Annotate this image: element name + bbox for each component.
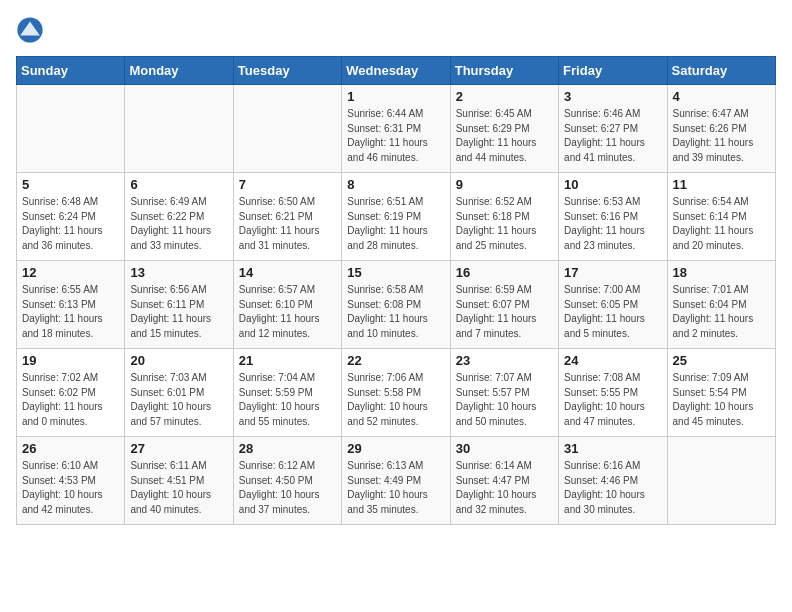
day-info: Sunrise: 6:53 AM Sunset: 6:16 PM Dayligh… (564, 195, 661, 253)
day-number: 10 (564, 177, 661, 192)
day-number: 4 (673, 89, 770, 104)
day-number: 2 (456, 89, 553, 104)
day-info: Sunrise: 6:56 AM Sunset: 6:11 PM Dayligh… (130, 283, 227, 341)
day-info: Sunrise: 6:55 AM Sunset: 6:13 PM Dayligh… (22, 283, 119, 341)
day-number: 18 (673, 265, 770, 280)
day-number: 28 (239, 441, 336, 456)
weekday-header-friday: Friday (559, 57, 667, 85)
day-number: 29 (347, 441, 444, 456)
week-row-4: 19Sunrise: 7:02 AM Sunset: 6:02 PM Dayli… (17, 349, 776, 437)
calendar-cell: 17Sunrise: 7:00 AM Sunset: 6:05 PM Dayli… (559, 261, 667, 349)
day-info: Sunrise: 6:59 AM Sunset: 6:07 PM Dayligh… (456, 283, 553, 341)
day-number: 5 (22, 177, 119, 192)
calendar-cell: 2Sunrise: 6:45 AM Sunset: 6:29 PM Daylig… (450, 85, 558, 173)
day-info: Sunrise: 6:14 AM Sunset: 4:47 PM Dayligh… (456, 459, 553, 517)
day-number: 17 (564, 265, 661, 280)
day-number: 26 (22, 441, 119, 456)
week-row-1: 1Sunrise: 6:44 AM Sunset: 6:31 PM Daylig… (17, 85, 776, 173)
calendar-cell: 19Sunrise: 7:02 AM Sunset: 6:02 PM Dayli… (17, 349, 125, 437)
calendar-cell: 7Sunrise: 6:50 AM Sunset: 6:21 PM Daylig… (233, 173, 341, 261)
day-info: Sunrise: 6:13 AM Sunset: 4:49 PM Dayligh… (347, 459, 444, 517)
weekday-header-monday: Monday (125, 57, 233, 85)
calendar-cell (667, 437, 775, 525)
day-number: 9 (456, 177, 553, 192)
calendar-cell: 11Sunrise: 6:54 AM Sunset: 6:14 PM Dayli… (667, 173, 775, 261)
day-number: 14 (239, 265, 336, 280)
day-info: Sunrise: 7:01 AM Sunset: 6:04 PM Dayligh… (673, 283, 770, 341)
week-row-5: 26Sunrise: 6:10 AM Sunset: 4:53 PM Dayli… (17, 437, 776, 525)
calendar-cell: 30Sunrise: 6:14 AM Sunset: 4:47 PM Dayli… (450, 437, 558, 525)
week-row-3: 12Sunrise: 6:55 AM Sunset: 6:13 PM Dayli… (17, 261, 776, 349)
calendar-cell: 27Sunrise: 6:11 AM Sunset: 4:51 PM Dayli… (125, 437, 233, 525)
day-number: 31 (564, 441, 661, 456)
day-info: Sunrise: 6:11 AM Sunset: 4:51 PM Dayligh… (130, 459, 227, 517)
day-number: 22 (347, 353, 444, 368)
day-info: Sunrise: 6:46 AM Sunset: 6:27 PM Dayligh… (564, 107, 661, 165)
week-row-2: 5Sunrise: 6:48 AM Sunset: 6:24 PM Daylig… (17, 173, 776, 261)
calendar-cell: 13Sunrise: 6:56 AM Sunset: 6:11 PM Dayli… (125, 261, 233, 349)
day-info: Sunrise: 6:12 AM Sunset: 4:50 PM Dayligh… (239, 459, 336, 517)
day-info: Sunrise: 6:51 AM Sunset: 6:19 PM Dayligh… (347, 195, 444, 253)
day-number: 20 (130, 353, 227, 368)
calendar-cell: 23Sunrise: 7:07 AM Sunset: 5:57 PM Dayli… (450, 349, 558, 437)
day-info: Sunrise: 7:06 AM Sunset: 5:58 PM Dayligh… (347, 371, 444, 429)
day-info: Sunrise: 7:02 AM Sunset: 6:02 PM Dayligh… (22, 371, 119, 429)
day-info: Sunrise: 7:09 AM Sunset: 5:54 PM Dayligh… (673, 371, 770, 429)
day-info: Sunrise: 6:47 AM Sunset: 6:26 PM Dayligh… (673, 107, 770, 165)
day-number: 15 (347, 265, 444, 280)
calendar-cell (125, 85, 233, 173)
calendar-cell: 14Sunrise: 6:57 AM Sunset: 6:10 PM Dayli… (233, 261, 341, 349)
day-number: 7 (239, 177, 336, 192)
day-info: Sunrise: 6:54 AM Sunset: 6:14 PM Dayligh… (673, 195, 770, 253)
weekday-header-wednesday: Wednesday (342, 57, 450, 85)
calendar-cell: 20Sunrise: 7:03 AM Sunset: 6:01 PM Dayli… (125, 349, 233, 437)
day-info: Sunrise: 6:45 AM Sunset: 6:29 PM Dayligh… (456, 107, 553, 165)
calendar-cell: 22Sunrise: 7:06 AM Sunset: 5:58 PM Dayli… (342, 349, 450, 437)
day-info: Sunrise: 6:57 AM Sunset: 6:10 PM Dayligh… (239, 283, 336, 341)
day-info: Sunrise: 6:50 AM Sunset: 6:21 PM Dayligh… (239, 195, 336, 253)
day-info: Sunrise: 6:52 AM Sunset: 6:18 PM Dayligh… (456, 195, 553, 253)
logo-icon (16, 16, 44, 44)
calendar-cell: 3Sunrise: 6:46 AM Sunset: 6:27 PM Daylig… (559, 85, 667, 173)
weekday-header-saturday: Saturday (667, 57, 775, 85)
day-info: Sunrise: 7:00 AM Sunset: 6:05 PM Dayligh… (564, 283, 661, 341)
calendar-cell: 16Sunrise: 6:59 AM Sunset: 6:07 PM Dayli… (450, 261, 558, 349)
calendar-cell (233, 85, 341, 173)
calendar-cell: 24Sunrise: 7:08 AM Sunset: 5:55 PM Dayli… (559, 349, 667, 437)
calendar-cell (17, 85, 125, 173)
day-info: Sunrise: 6:10 AM Sunset: 4:53 PM Dayligh… (22, 459, 119, 517)
weekday-header-row: SundayMondayTuesdayWednesdayThursdayFrid… (17, 57, 776, 85)
day-info: Sunrise: 7:03 AM Sunset: 6:01 PM Dayligh… (130, 371, 227, 429)
calendar-table: SundayMondayTuesdayWednesdayThursdayFrid… (16, 56, 776, 525)
day-number: 16 (456, 265, 553, 280)
day-number: 23 (456, 353, 553, 368)
day-number: 30 (456, 441, 553, 456)
day-info: Sunrise: 6:58 AM Sunset: 6:08 PM Dayligh… (347, 283, 444, 341)
calendar-cell: 21Sunrise: 7:04 AM Sunset: 5:59 PM Dayli… (233, 349, 341, 437)
calendar-cell: 28Sunrise: 6:12 AM Sunset: 4:50 PM Dayli… (233, 437, 341, 525)
day-info: Sunrise: 6:44 AM Sunset: 6:31 PM Dayligh… (347, 107, 444, 165)
day-number: 8 (347, 177, 444, 192)
day-info: Sunrise: 7:08 AM Sunset: 5:55 PM Dayligh… (564, 371, 661, 429)
calendar-cell: 25Sunrise: 7:09 AM Sunset: 5:54 PM Dayli… (667, 349, 775, 437)
weekday-header-sunday: Sunday (17, 57, 125, 85)
weekday-header-thursday: Thursday (450, 57, 558, 85)
day-info: Sunrise: 7:07 AM Sunset: 5:57 PM Dayligh… (456, 371, 553, 429)
day-number: 19 (22, 353, 119, 368)
day-number: 11 (673, 177, 770, 192)
calendar-cell: 18Sunrise: 7:01 AM Sunset: 6:04 PM Dayli… (667, 261, 775, 349)
calendar-cell: 9Sunrise: 6:52 AM Sunset: 6:18 PM Daylig… (450, 173, 558, 261)
calendar-cell: 12Sunrise: 6:55 AM Sunset: 6:13 PM Dayli… (17, 261, 125, 349)
day-info: Sunrise: 6:48 AM Sunset: 6:24 PM Dayligh… (22, 195, 119, 253)
logo (16, 16, 48, 44)
calendar-cell: 26Sunrise: 6:10 AM Sunset: 4:53 PM Dayli… (17, 437, 125, 525)
day-info: Sunrise: 6:49 AM Sunset: 6:22 PM Dayligh… (130, 195, 227, 253)
day-number: 6 (130, 177, 227, 192)
day-number: 13 (130, 265, 227, 280)
day-number: 25 (673, 353, 770, 368)
day-number: 12 (22, 265, 119, 280)
calendar-cell: 15Sunrise: 6:58 AM Sunset: 6:08 PM Dayli… (342, 261, 450, 349)
day-number: 27 (130, 441, 227, 456)
day-number: 21 (239, 353, 336, 368)
day-info: Sunrise: 7:04 AM Sunset: 5:59 PM Dayligh… (239, 371, 336, 429)
